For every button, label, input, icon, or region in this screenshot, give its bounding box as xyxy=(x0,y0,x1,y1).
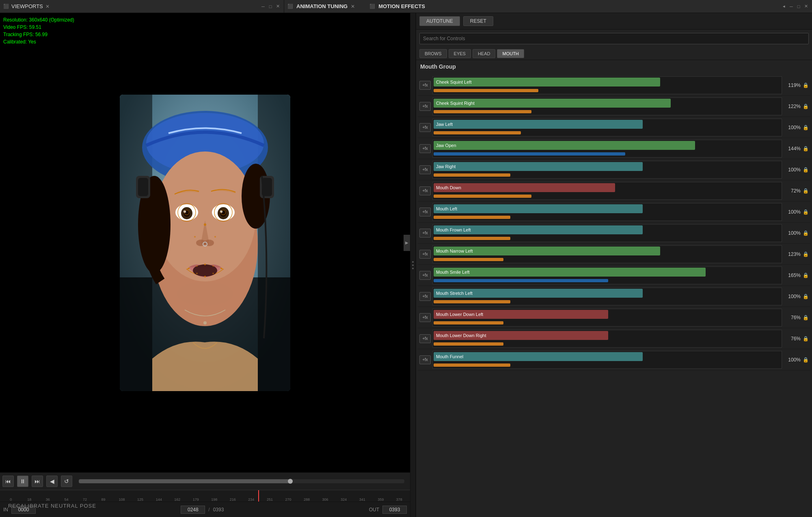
filter-tab-head[interactable]: HEAD xyxy=(473,49,496,58)
fx-button[interactable]: +fx xyxy=(419,208,431,216)
control-percent: 123% xyxy=(784,251,801,257)
step-back-button[interactable]: ◀ xyxy=(46,476,58,487)
animation-close-icon[interactable]: ✕ xyxy=(351,4,355,9)
autotune-button[interactable]: AUTOTUNE xyxy=(419,16,460,26)
fx-button[interactable]: +fx xyxy=(419,313,431,322)
control-row: +fx Mouth Narrow Left 123% 🔒 xyxy=(418,244,810,265)
control-label-bar: Mouth Left xyxy=(434,204,643,213)
lock-button[interactable]: 🔒 xyxy=(802,357,809,363)
control-row: +fx Mouth Smile Left 165% 🔒 xyxy=(418,265,810,286)
control-label-bar: Mouth Lower Down Left xyxy=(434,310,608,319)
control-percent: 100% xyxy=(784,357,801,363)
timeline-area: ⏮ ⏸ ⏭ ◀ ↺ 018365472891081251441621791982… xyxy=(0,472,410,517)
panel-win-controls: ◂ ─ □ ✕ xyxy=(781,4,809,9)
control-sub-bar xyxy=(434,152,625,156)
lock-button[interactable]: 🔒 xyxy=(802,272,809,279)
control-label-bar: Cheek Squint Left xyxy=(434,78,660,87)
animation-tuning-panel: AUTOTUNE RESET BROWSEYESHEADMOUTH Mouth … xyxy=(416,13,812,517)
filter-tab-eyes[interactable]: EYES xyxy=(449,49,471,58)
loop-button[interactable]: ↺ xyxy=(61,476,72,487)
panel-minimize-icon[interactable]: ─ xyxy=(788,4,794,9)
timeline-scrubber[interactable] xyxy=(79,479,404,483)
fx-button[interactable]: +fx xyxy=(419,229,431,238)
ruler-mark: 306 xyxy=(316,498,335,502)
current-frame-input[interactable] xyxy=(181,506,205,514)
filter-tab-brows[interactable]: BROWS xyxy=(419,49,447,58)
panel-maximize-icon[interactable]: □ xyxy=(796,4,801,9)
lock-button[interactable]: 🔒 xyxy=(802,103,809,110)
ruler-mark: 89 xyxy=(94,498,113,502)
svg-point-37 xyxy=(197,265,198,266)
viewports-tab[interactable]: ⬛ VIEWPORTS ✕ xyxy=(3,3,50,9)
out-label: OUT xyxy=(369,507,379,513)
ruler-mark: 378 xyxy=(390,498,408,502)
ruler-mark: 216 xyxy=(224,498,242,502)
viewport-collapse-arrow[interactable]: ▶ xyxy=(404,235,410,251)
fx-button[interactable]: +fx xyxy=(419,144,431,153)
out-frame-input[interactable] xyxy=(382,506,407,514)
lock-button[interactable]: 🔒 xyxy=(802,293,809,300)
control-percent: 76% xyxy=(784,336,801,342)
ruler-mark: 198 xyxy=(205,498,224,502)
fx-button[interactable]: +fx xyxy=(419,292,431,301)
panel-expand-icon[interactable]: ◂ xyxy=(781,4,787,9)
go-to-end-button[interactable]: ⏭ xyxy=(32,476,43,487)
control-sub-bar xyxy=(434,89,538,92)
go-to-start-button[interactable]: ⏮ xyxy=(2,476,14,487)
playhead[interactable] xyxy=(258,490,259,502)
maximize-icon[interactable]: □ xyxy=(268,4,273,9)
fx-button[interactable]: +fx xyxy=(419,250,431,259)
reset-button[interactable]: RESET xyxy=(463,16,493,26)
svg-point-29 xyxy=(204,223,206,226)
sep-dot-2 xyxy=(412,264,414,266)
ruler-mark: 54 xyxy=(57,498,76,502)
lock-button[interactable]: 🔒 xyxy=(802,167,809,173)
fx-button[interactable]: +fx xyxy=(419,355,431,364)
control-sub-bar xyxy=(434,216,510,219)
fx-button[interactable]: +fx xyxy=(419,271,431,280)
control-percent: 100% xyxy=(784,167,801,173)
search-input[interactable] xyxy=(419,33,809,44)
control-row: +fx Jaw Open 144% 🔒 xyxy=(418,138,810,159)
group-title: Mouth Group xyxy=(416,60,812,73)
control-bar-area: Mouth Frown Left xyxy=(432,224,782,242)
minimize-icon[interactable]: ─ xyxy=(260,4,266,9)
viewports-close-icon[interactable]: ✕ xyxy=(45,4,50,9)
lock-button[interactable]: 🔒 xyxy=(802,82,809,89)
control-percent: 144% xyxy=(784,146,801,151)
lock-button[interactable]: 🔒 xyxy=(802,188,809,194)
fx-button[interactable]: +fx xyxy=(419,165,431,174)
control-row: +fx Mouth Frown Left 100% 🔒 xyxy=(418,223,810,244)
viewport-panel: Resolution: 360x640 (Optimized) Video FP… xyxy=(0,13,410,517)
lock-button[interactable]: 🔒 xyxy=(802,251,809,257)
svg-point-30 xyxy=(194,236,196,238)
pause-button[interactable]: ⏸ xyxy=(17,476,28,487)
lock-button[interactable]: 🔒 xyxy=(802,230,809,236)
fx-button[interactable]: +fx xyxy=(419,186,431,195)
control-percent: 100% xyxy=(784,230,801,236)
lock-button[interactable]: 🔒 xyxy=(802,145,809,152)
fx-button[interactable]: +fx xyxy=(419,123,431,132)
lock-button[interactable]: 🔒 xyxy=(802,314,809,321)
lock-button[interactable]: 🔒 xyxy=(802,209,809,215)
ruler-mark: 179 xyxy=(186,498,205,502)
control-bar-area: Mouth Lower Down Left xyxy=(432,309,782,327)
lock-button[interactable]: 🔒 xyxy=(802,124,809,131)
animation-tuning-header: AUTOTUNE RESET xyxy=(416,13,812,30)
fx-button[interactable]: +fx xyxy=(419,334,431,343)
fx-button[interactable]: +fx xyxy=(419,81,431,90)
ruler-mark: 125 xyxy=(131,498,150,502)
lock-button[interactable]: 🔒 xyxy=(802,335,809,342)
control-row: +fx Jaw Left 100% 🔒 xyxy=(418,117,810,138)
timeline-ruler[interactable]: 0183654728910812514416217919821623425127… xyxy=(0,490,410,502)
mid-separator[interactable] xyxy=(410,13,416,517)
face-view xyxy=(120,95,290,391)
ruler-mark: 359 xyxy=(371,498,390,502)
fx-button[interactable]: +fx xyxy=(419,102,431,111)
control-sub-bar xyxy=(434,279,608,282)
scrubber-thumb[interactable] xyxy=(288,479,293,484)
close-icon[interactable]: ✕ xyxy=(275,4,281,9)
filter-tab-mouth[interactable]: MOUTH xyxy=(497,49,524,58)
panel-close-icon[interactable]: ✕ xyxy=(803,4,809,9)
ruler-mark: 162 xyxy=(168,498,187,502)
